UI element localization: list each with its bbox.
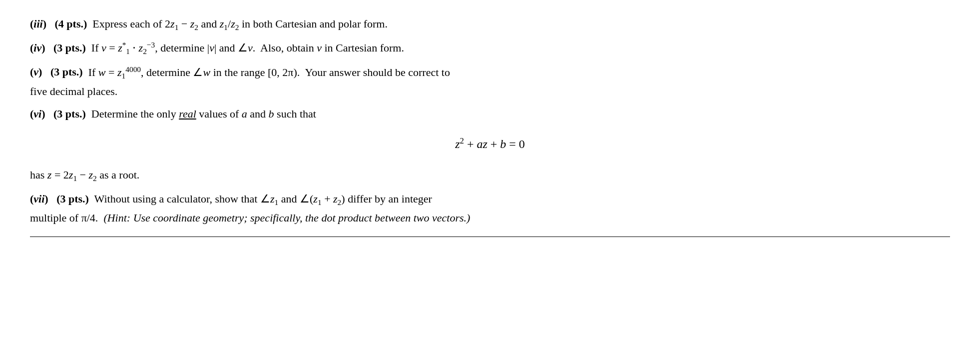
problem-v: (v) (3 pts.) If w = z14000, determine ∠w… [30,63,950,100]
pts-vii: (3 pts.) [56,192,89,205]
label-v: (v) [30,66,42,78]
pts-v: (3 pts.) [50,66,83,78]
label-vii: (vii) [30,192,48,205]
text-vii-line2: multiple of π/4. (Hint: Use coordinate g… [30,212,470,224]
root-text: has z = 2z1 − z2 as a root. [30,168,139,181]
text-vii: Without using a calculator, show that ∠z… [94,192,432,205]
problem-vi: (vi) (3 pts.) Determine the only real va… [30,105,950,122]
equation-text: z2 + az + b = 0 [455,138,525,150]
problem-vii: (vii) (3 pts.) Without using a calculato… [30,190,950,226]
text-iv: If v = z*1 ⋅ z2−3, determine |v| and ∠v.… [91,42,404,54]
text-vi: Determine the only real values of a and … [91,108,316,120]
bottom-divider [30,236,950,237]
label-vi: (vi) [30,108,45,120]
pts-iii: (4 pts.) [55,18,87,30]
problem-iv: (iv) (3 pts.) If v = z*1 ⋅ z2−3, determi… [30,39,950,58]
text-iii: Express each of 2z1 − z2 and z1/z2 in bo… [92,18,388,30]
text-v: If w = z14000, determine ∠w in the range… [88,66,450,78]
pts-vi: (3 pts.) [53,108,86,120]
content-area: (iii) (4 pts.) Express each of 2z1 − z2 … [30,15,950,237]
has-root-line: has z = 2z1 − z2 as a root. [30,166,950,185]
center-equation: z2 + az + b = 0 [30,134,950,154]
pts-iv: (3 pts.) [53,42,86,54]
text-v-continuation: five decimal places. [30,85,117,98]
problem-iii: (iii) (4 pts.) Express each of 2z1 − z2 … [30,15,950,34]
label-iii: (iii) [30,18,46,30]
label-iv: (iv) [30,42,45,54]
